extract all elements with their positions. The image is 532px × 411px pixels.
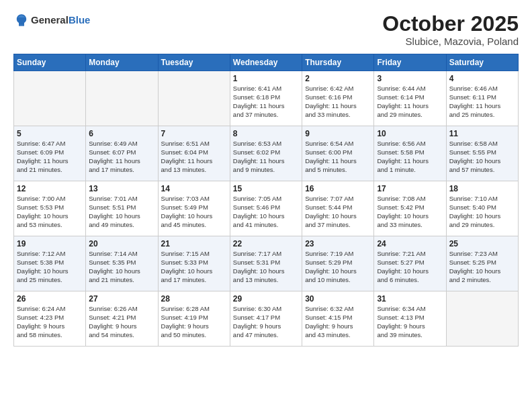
cell-text: Sunrise: 7:07 AM bbox=[305, 195, 371, 203]
header-sunday: Sunday bbox=[14, 54, 86, 71]
calendar-cell: 15Sunrise: 7:05 AMSunset: 5:46 PMDayligh… bbox=[230, 181, 302, 236]
cell-text: Sunset: 6:04 PM bbox=[161, 148, 227, 157]
day-number: 9 bbox=[305, 129, 371, 138]
cell-text: Sunrise: 6:34 AM bbox=[377, 305, 443, 314]
cell-text: Daylight: 10 hours bbox=[17, 267, 83, 276]
day-number: 23 bbox=[305, 239, 371, 248]
cell-text: Sunrise: 6:54 AM bbox=[305, 140, 371, 148]
cell-text: Sunset: 6:02 PM bbox=[233, 148, 299, 157]
cell-text: Sunrise: 7:15 AM bbox=[161, 250, 227, 259]
day-number: 21 bbox=[161, 239, 227, 248]
day-number: 5 bbox=[17, 129, 83, 138]
cell-text: Sunset: 5:42 PM bbox=[377, 203, 443, 212]
cell-text: and 37 minutes. bbox=[305, 221, 371, 230]
cell-text: Sunset: 5:33 PM bbox=[161, 259, 227, 267]
day-number: 2 bbox=[305, 74, 371, 83]
header-thursday: Thursday bbox=[302, 54, 374, 71]
calendar-cell bbox=[14, 71, 86, 126]
day-number: 11 bbox=[449, 129, 515, 138]
cell-text: Sunset: 5:25 PM bbox=[449, 259, 515, 267]
cell-text: Sunrise: 6:30 AM bbox=[233, 305, 299, 314]
day-number: 16 bbox=[305, 184, 371, 193]
cell-text: Daylight: 10 hours bbox=[161, 267, 227, 276]
cell-text: Sunrise: 6:58 AM bbox=[449, 140, 515, 148]
cell-text: Sunrise: 7:19 AM bbox=[305, 250, 371, 259]
cell-text: and 5 minutes. bbox=[305, 166, 371, 175]
calendar-cell bbox=[158, 71, 230, 126]
cell-text: Sunset: 4:13 PM bbox=[377, 314, 443, 322]
cell-text: Sunrise: 6:49 AM bbox=[89, 140, 154, 148]
cell-text: Sunset: 5:38 PM bbox=[17, 259, 83, 267]
cell-text: Daylight: 11 hours bbox=[305, 102, 371, 111]
cell-text: Sunset: 5:53 PM bbox=[17, 203, 83, 212]
cell-text: and 57 minutes. bbox=[449, 166, 515, 175]
cell-text: Daylight: 10 hours bbox=[233, 267, 299, 276]
calendar-cell: 20Sunrise: 7:14 AMSunset: 5:35 PMDayligh… bbox=[86, 236, 158, 291]
cell-text: and 45 minutes. bbox=[161, 221, 227, 230]
cell-text: Sunrise: 7:10 AM bbox=[449, 195, 515, 203]
calendar-cell: 14Sunrise: 7:03 AMSunset: 5:49 PMDayligh… bbox=[158, 181, 230, 236]
cell-text: Sunrise: 6:46 AM bbox=[449, 85, 515, 93]
cell-text: and 49 minutes. bbox=[89, 221, 154, 230]
cell-text: Sunrise: 6:26 AM bbox=[89, 305, 154, 314]
cell-text: and 21 minutes. bbox=[89, 276, 154, 285]
day-number: 12 bbox=[17, 184, 83, 193]
cell-text: Sunset: 5:29 PM bbox=[305, 259, 371, 267]
calendar-cell: 29Sunrise: 6:30 AMSunset: 4:17 PMDayligh… bbox=[230, 291, 302, 347]
cell-text: Sunset: 5:46 PM bbox=[233, 203, 299, 212]
day-number: 14 bbox=[161, 184, 227, 193]
cell-text: Daylight: 10 hours bbox=[89, 212, 154, 221]
calendar-week-row-2: 12Sunrise: 7:00 AMSunset: 5:53 PMDayligh… bbox=[14, 181, 519, 236]
cell-text: Sunset: 5:51 PM bbox=[89, 203, 154, 212]
cell-text: Sunrise: 7:00 AM bbox=[17, 195, 83, 203]
month-title: October 2025 bbox=[382, 12, 519, 36]
calendar-cell: 11Sunrise: 6:58 AMSunset: 5:55 PMDayligh… bbox=[446, 126, 518, 181]
cell-text: Daylight: 11 hours bbox=[161, 157, 227, 166]
cell-text: Sunrise: 6:24 AM bbox=[17, 305, 83, 314]
cell-text: Sunset: 5:31 PM bbox=[233, 259, 299, 267]
calendar-week-row-4: 26Sunrise: 6:24 AMSunset: 4:23 PMDayligh… bbox=[14, 291, 519, 347]
calendar-cell bbox=[446, 291, 518, 347]
page: GeneralBlue October 2025 Slubice, Mazovi… bbox=[0, 0, 532, 411]
cell-text: Sunset: 6:00 PM bbox=[305, 148, 371, 157]
calendar-cell: 26Sunrise: 6:24 AMSunset: 4:23 PMDayligh… bbox=[14, 291, 86, 347]
cell-text: Sunset: 6:16 PM bbox=[305, 93, 371, 102]
day-number: 3 bbox=[377, 74, 443, 83]
day-number: 4 bbox=[449, 74, 515, 83]
day-number: 27 bbox=[89, 294, 154, 304]
title-block: October 2025 Slubice, Mazovia, Poland bbox=[382, 12, 519, 47]
calendar-cell: 16Sunrise: 7:07 AMSunset: 5:44 PMDayligh… bbox=[302, 181, 374, 236]
cell-text: and 54 minutes. bbox=[89, 331, 154, 340]
calendar-cell: 2Sunrise: 6:42 AMSunset: 6:16 PMDaylight… bbox=[302, 71, 374, 126]
calendar-cell: 17Sunrise: 7:08 AMSunset: 5:42 PMDayligh… bbox=[374, 181, 446, 236]
cell-text: and 39 minutes. bbox=[377, 331, 443, 340]
cell-text: Daylight: 10 hours bbox=[377, 267, 443, 276]
day-number: 20 bbox=[89, 239, 154, 248]
cell-text: Daylight: 9 hours bbox=[89, 322, 154, 331]
cell-text: Sunset: 4:17 PM bbox=[233, 314, 299, 322]
calendar-cell: 25Sunrise: 7:23 AMSunset: 5:25 PMDayligh… bbox=[446, 236, 518, 291]
cell-text: Daylight: 11 hours bbox=[449, 102, 515, 111]
cell-text: Daylight: 10 hours bbox=[377, 212, 443, 221]
cell-text: and 33 minutes. bbox=[305, 111, 371, 120]
cell-text: and 25 minutes. bbox=[17, 276, 83, 285]
cell-text: and 21 minutes. bbox=[17, 166, 83, 175]
cell-text: and 9 minutes. bbox=[233, 166, 299, 175]
calendar-cell: 1Sunrise: 6:41 AMSunset: 6:18 PMDaylight… bbox=[230, 71, 302, 126]
day-number: 15 bbox=[233, 184, 299, 193]
cell-text: Sunset: 5:27 PM bbox=[377, 259, 443, 267]
cell-text: and 41 minutes. bbox=[233, 221, 299, 230]
day-number: 10 bbox=[377, 129, 443, 138]
day-number: 29 bbox=[233, 294, 299, 304]
cell-text: Sunset: 6:14 PM bbox=[377, 93, 443, 102]
cell-text: Sunset: 5:55 PM bbox=[449, 148, 515, 157]
cell-text: and 58 minutes. bbox=[17, 331, 83, 340]
day-number: 19 bbox=[17, 239, 83, 248]
cell-text: Daylight: 11 hours bbox=[377, 157, 443, 166]
cell-text: and 2 minutes. bbox=[449, 276, 515, 285]
cell-text: Sunrise: 6:47 AM bbox=[17, 140, 83, 148]
header-wednesday: Wednesday bbox=[230, 54, 302, 71]
cell-text: Daylight: 9 hours bbox=[305, 322, 371, 331]
cell-text: Daylight: 10 hours bbox=[233, 212, 299, 221]
cell-text: Sunrise: 6:28 AM bbox=[161, 305, 227, 314]
